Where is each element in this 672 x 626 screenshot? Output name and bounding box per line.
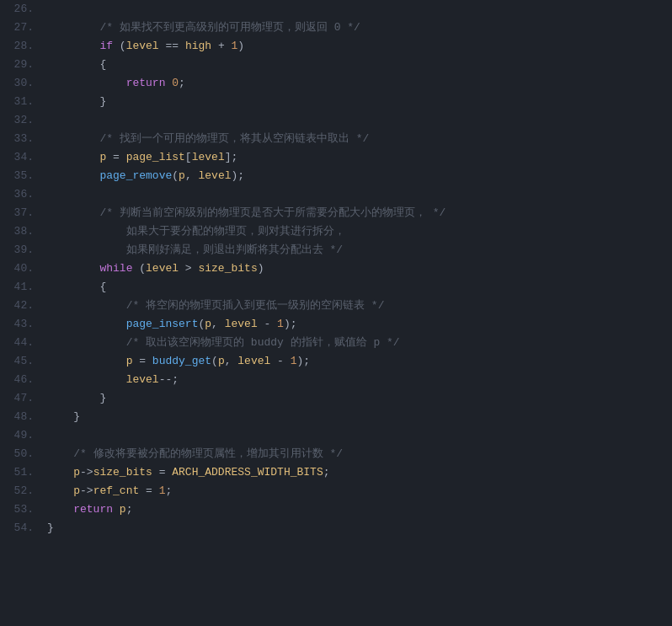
table-row: 52. p->ref_cnt = 1; (0, 482, 672, 500)
line-number: 26. (0, 0, 44, 19)
line-content: /* 找到一个可用的物理页，将其从空闲链表中取出 */ (44, 130, 672, 148)
line-content: return 0; (44, 74, 672, 93)
line-number: 41. (0, 278, 44, 297)
line-content: { (44, 278, 672, 297)
table-row: 30. return 0; (0, 74, 672, 93)
line-number: 50. (0, 445, 44, 463)
line-content: p = page_list[level]; (44, 148, 672, 167)
code-editor: 26. 27. /* 如果找不到更高级别的可用物理页，则返回 0 */28. i… (0, 0, 672, 626)
table-row: 34. p = page_list[level]; (0, 148, 672, 167)
line-number: 54. (0, 519, 44, 538)
table-row: 31. } (0, 93, 672, 111)
line-content (44, 111, 672, 130)
table-row: 28. if (level == high + 1) (0, 37, 672, 56)
table-row: 48. } (0, 408, 672, 426)
line-content: 如果刚好满足，则退出判断将其分配出去 */ (44, 241, 672, 259)
line-content: } (44, 389, 672, 408)
line-content: /* 修改将要被分配的物理页属性，增加其引用计数 */ (44, 445, 672, 463)
line-number: 52. (0, 482, 44, 500)
line-content: { (44, 56, 672, 74)
table-row: 26. (0, 0, 672, 19)
table-row: 37. /* 判断当前空闲级别的物理页是否大于所需要分配大小的物理页， */ (0, 204, 672, 222)
line-number: 42. (0, 297, 44, 315)
line-content: } (44, 408, 672, 426)
line-number: 51. (0, 463, 44, 482)
table-row: 54.} (0, 519, 672, 538)
line-number: 39. (0, 241, 44, 259)
line-content: p->ref_cnt = 1; (44, 482, 672, 500)
line-content: } (44, 519, 672, 538)
line-content: p = buddy_get(p, level - 1); (44, 352, 672, 371)
line-content (44, 0, 672, 19)
line-content: page_insert(p, level - 1); (44, 315, 672, 334)
table-row: 36. (0, 185, 672, 204)
line-content: if (level == high + 1) (44, 37, 672, 56)
table-row: 33. /* 找到一个可用的物理页，将其从空闲链表中取出 */ (0, 130, 672, 148)
line-content: /* 取出该空闲物理页的 buddy 的指针，赋值给 p */ (44, 334, 672, 352)
table-row: 49. (0, 426, 672, 445)
line-number: 28. (0, 37, 44, 56)
table-row: 27. /* 如果找不到更高级别的可用物理页，则返回 0 */ (0, 19, 672, 37)
table-row: 51. p->size_bits = ARCH_ADDRESS_WIDTH_BI… (0, 463, 672, 482)
line-number: 30. (0, 74, 44, 93)
line-content: /* 判断当前空闲级别的物理页是否大于所需要分配大小的物理页， */ (44, 204, 672, 222)
line-number: 34. (0, 148, 44, 167)
table-row: 32. (0, 111, 672, 130)
table-row: 38. 如果大于要分配的物理页，则对其进行拆分， (0, 222, 672, 241)
line-number: 38. (0, 222, 44, 241)
line-content: /* 如果找不到更高级别的可用物理页，则返回 0 */ (44, 19, 672, 37)
line-number: 35. (0, 167, 44, 185)
line-number: 40. (0, 259, 44, 278)
line-content: page_remove(p, level); (44, 167, 672, 185)
line-number: 45. (0, 352, 44, 371)
table-row: 35. page_remove(p, level); (0, 167, 672, 185)
table-row: 39. 如果刚好满足，则退出判断将其分配出去 */ (0, 241, 672, 259)
table-row: 29. { (0, 56, 672, 74)
table-row: 47. } (0, 389, 672, 408)
line-number: 31. (0, 93, 44, 111)
table-row: 44. /* 取出该空闲物理页的 buddy 的指针，赋值给 p */ (0, 334, 672, 352)
line-number: 46. (0, 371, 44, 389)
table-row: 50. /* 修改将要被分配的物理页属性，增加其引用计数 */ (0, 445, 672, 463)
table-row: 45. p = buddy_get(p, level - 1); (0, 352, 672, 371)
line-number: 33. (0, 130, 44, 148)
table-row: 43. page_insert(p, level - 1); (0, 315, 672, 334)
line-number: 29. (0, 56, 44, 74)
line-number: 49. (0, 426, 44, 445)
line-content: while (level > size_bits) (44, 259, 672, 278)
table-row: 41. { (0, 278, 672, 297)
line-number: 53. (0, 500, 44, 519)
line-content: p->size_bits = ARCH_ADDRESS_WIDTH_BITS; (44, 463, 672, 482)
line-number: 44. (0, 334, 44, 352)
table-row: 40. while (level > size_bits) (0, 259, 672, 278)
line-number: 48. (0, 408, 44, 426)
line-content (44, 426, 672, 445)
line-content: 如果大于要分配的物理页，则对其进行拆分， (44, 222, 672, 241)
line-number: 27. (0, 19, 44, 37)
table-row: 46. level--; (0, 371, 672, 389)
table-row: 53. return p; (0, 500, 672, 519)
line-number: 43. (0, 315, 44, 334)
line-number: 37. (0, 204, 44, 222)
table-row: 42. /* 将空闲的物理页插入到更低一级别的空闲链表 */ (0, 297, 672, 315)
line-content: return p; (44, 500, 672, 519)
line-number: 36. (0, 185, 44, 204)
line-number: 32. (0, 111, 44, 130)
line-content: } (44, 93, 672, 111)
line-content (44, 185, 672, 204)
line-content: level--; (44, 371, 672, 389)
line-content: /* 将空闲的物理页插入到更低一级别的空闲链表 */ (44, 297, 672, 315)
line-number: 47. (0, 389, 44, 408)
